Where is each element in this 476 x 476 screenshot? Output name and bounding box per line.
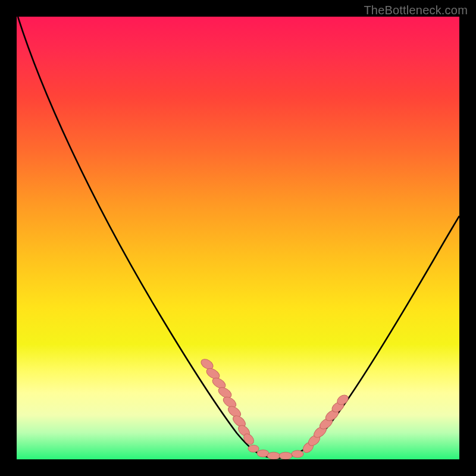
svg-point-0 [199,357,215,371]
svg-point-3 [217,386,233,400]
svg-point-17 [318,416,334,431]
svg-point-7 [236,423,252,438]
svg-point-19 [330,400,346,414]
svg-point-8 [242,432,256,446]
svg-point-16 [312,424,328,440]
svg-point-2 [211,376,227,391]
svg-point-13 [292,450,303,458]
svg-point-20 [336,393,350,407]
marker-cluster-floor [248,445,303,459]
svg-point-14 [301,440,315,455]
svg-point-10 [257,450,269,457]
svg-point-5 [226,404,243,419]
svg-point-1 [205,367,221,381]
svg-point-12 [279,452,292,459]
marker-cluster-right [301,393,350,455]
svg-point-15 [306,433,322,448]
svg-point-9 [248,445,259,452]
svg-point-18 [324,408,340,422]
svg-point-11 [267,452,280,459]
marker-cluster-left [199,357,256,446]
svg-point-4 [221,394,238,409]
bottleneck-chart [17,17,459,459]
bottleneck-curve-path [18,17,459,458]
watermark-text: TheBottleneck.com [364,4,468,17]
svg-point-6 [231,414,248,429]
curve-layer [17,17,459,459]
